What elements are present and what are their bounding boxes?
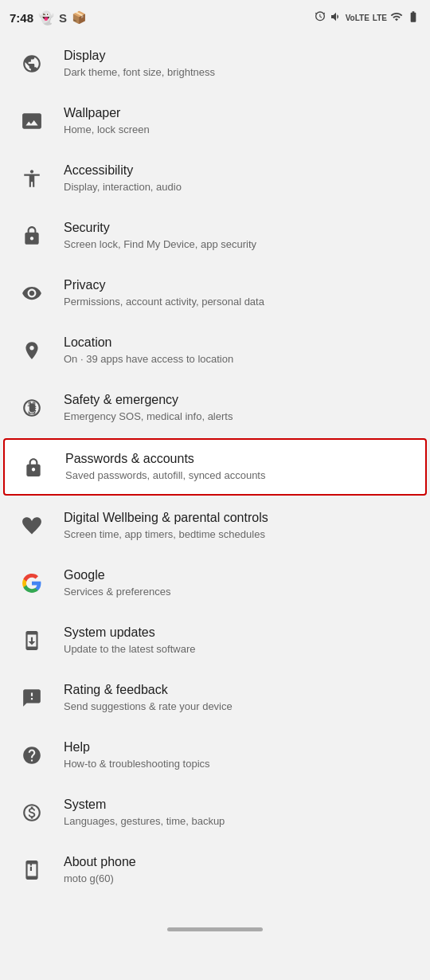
settings-item-safety[interactable]: Safety & emergency Emergency SOS, medica…	[0, 379, 430, 437]
accessibility-subtitle: Display, interaction, audio	[64, 181, 414, 194]
privacy-subtitle: Permissions, account activity, personal …	[64, 296, 414, 309]
settings-item-rating[interactable]: Rating & feedback Send suggestions & rat…	[0, 669, 430, 727]
wallpaper-subtitle: Home, lock screen	[64, 123, 414, 137]
privacy-title: Privacy	[64, 277, 414, 294]
accessibility-title: Accessibility	[64, 163, 414, 179]
settings-item-accessibility[interactable]: Accessibility Display, interaction, audi…	[0, 150, 430, 207]
about-subtitle: moto g(60)	[64, 872, 414, 886]
volume-icon	[330, 10, 342, 25]
safety-title: Safety & emergency	[64, 392, 414, 409]
location-text: Location On · 39 apps have access to loc…	[64, 335, 414, 367]
box-icon: 📦	[72, 10, 87, 25]
lte-icon: LTE	[373, 14, 387, 22]
google-text: Google Services & preferences	[64, 567, 414, 599]
privacy-icon	[16, 277, 48, 309]
system-updates-subtitle: Update to the latest software	[64, 643, 414, 657]
accessibility-text: Accessibility Display, interaction, audi…	[64, 163, 414, 194]
rating-icon	[16, 682, 48, 714]
settings-item-passwords[interactable]: Passwords & accounts Saved passwords, au…	[3, 438, 427, 496]
settings-item-wallpaper[interactable]: Wallpaper Home, lock screen	[0, 92, 430, 150]
security-text: Security Screen lock, Find My Device, ap…	[64, 220, 414, 252]
security-title: Security	[64, 220, 414, 237]
wellbeing-text: Digital Wellbeing & parental controls Sc…	[64, 510, 414, 542]
about-title: About phone	[64, 854, 414, 871]
google-subtitle: Services & preferences	[64, 586, 414, 599]
status-time: 7:48	[10, 11, 33, 25]
battery-icon	[406, 10, 420, 25]
help-title: Help	[64, 739, 414, 756]
wellbeing-subtitle: Screen time, app timers, bedtime schedul…	[64, 528, 414, 542]
display-text: Display Dark theme, font size, brightnes…	[64, 48, 414, 80]
system-subtitle: Languages, gestures, time, backup	[64, 815, 414, 829]
passwords-text: Passwords & accounts Saved passwords, au…	[65, 451, 412, 483]
location-title: Location	[64, 335, 414, 351]
rating-subtitle: Send suggestions & rate your device	[64, 700, 414, 714]
settings-item-system-updates[interactable]: System updates Update to the latest soft…	[0, 612, 430, 669]
help-subtitle: How-to & troubleshooting topics	[64, 758, 414, 771]
google-title: Google	[64, 567, 414, 584]
display-subtitle: Dark theme, font size, brightness	[64, 66, 414, 80]
passwords-title: Passwords & accounts	[65, 451, 412, 468]
shazam-icon: S	[59, 11, 67, 25]
settings-list: Display Dark theme, font size, brightnes…	[0, 35, 430, 915]
about-icon	[16, 854, 48, 886]
wellbeing-title: Digital Wellbeing & parental controls	[64, 510, 414, 527]
settings-item-display[interactable]: Display Dark theme, font size, brightnes…	[0, 35, 430, 92]
location-subtitle: On · 39 apps have access to location	[64, 353, 414, 367]
system-text: System Languages, gestures, time, backup	[64, 797, 414, 829]
status-left: 7:48 👻 S 📦	[10, 10, 87, 25]
system-updates-text: System updates Update to the latest soft…	[64, 625, 414, 657]
wellbeing-icon	[16, 510, 48, 542]
nav-bar	[0, 915, 430, 943]
wallpaper-text: Wallpaper Home, lock screen	[64, 105, 414, 137]
snapchat-icon: 👻	[38, 10, 54, 25]
passwords-subtitle: Saved passwords, autofill, synced accoun…	[65, 469, 412, 483]
wallpaper-icon	[16, 105, 48, 137]
security-subtitle: Screen lock, Find My Device, app securit…	[64, 238, 414, 252]
signal-icon	[390, 10, 403, 25]
about-text: About phone moto g(60)	[64, 854, 414, 886]
system-icon	[16, 797, 48, 829]
nav-pill	[167, 927, 263, 931]
help-text: Help How-to & troubleshooting topics	[64, 739, 414, 771]
status-right: VoLTE LTE	[314, 10, 420, 25]
privacy-text: Privacy Permissions, account activity, p…	[64, 277, 414, 309]
passwords-icon	[18, 451, 49, 483]
safety-text: Safety & emergency Emergency SOS, medica…	[64, 392, 414, 424]
system-title: System	[64, 797, 414, 813]
rating-title: Rating & feedback	[64, 682, 414, 699]
settings-item-wellbeing[interactable]: Digital Wellbeing & parental controls Sc…	[0, 497, 430, 555]
display-title: Display	[64, 48, 414, 65]
settings-item-privacy[interactable]: Privacy Permissions, account activity, p…	[0, 265, 430, 322]
system-updates-icon	[16, 625, 48, 657]
settings-item-help[interactable]: Help How-to & troubleshooting topics	[0, 727, 430, 784]
settings-item-location[interactable]: Location On · 39 apps have access to loc…	[0, 322, 430, 379]
system-updates-title: System updates	[64, 625, 414, 641]
google-icon	[16, 567, 48, 599]
help-icon	[16, 739, 48, 771]
safety-subtitle: Emergency SOS, medical info, alerts	[64, 410, 414, 424]
safety-icon	[16, 392, 48, 424]
settings-item-security[interactable]: Security Screen lock, Find My Device, ap…	[0, 207, 430, 265]
accessibility-icon	[16, 163, 48, 194]
wallpaper-title: Wallpaper	[64, 105, 414, 122]
alarm-icon	[314, 10, 326, 25]
settings-item-about[interactable]: About phone moto g(60)	[0, 841, 430, 899]
location-icon	[16, 335, 48, 367]
settings-item-google[interactable]: Google Services & preferences	[0, 555, 430, 612]
display-icon	[16, 48, 48, 80]
status-bar: 7:48 👻 S 📦 VoLTE LTE	[0, 0, 430, 35]
volte-icon: VoLTE	[346, 14, 369, 22]
security-icon	[16, 220, 48, 252]
settings-item-system[interactable]: System Languages, gestures, time, backup	[0, 784, 430, 841]
rating-text: Rating & feedback Send suggestions & rat…	[64, 682, 414, 714]
